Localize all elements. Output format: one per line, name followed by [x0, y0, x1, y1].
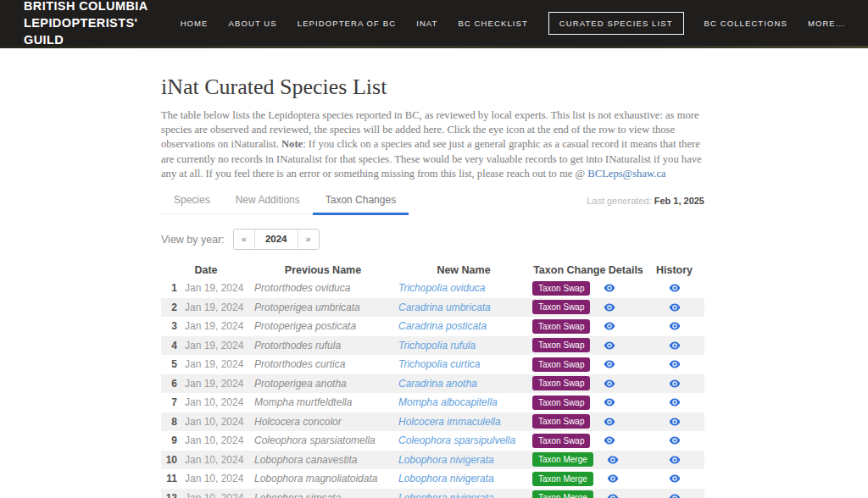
history-eye-button[interactable]	[669, 397, 681, 407]
new-name-link[interactable]: Trichopolia oviduca	[398, 282, 486, 294]
row-number: 12	[161, 492, 181, 498]
row-number: 11	[161, 473, 181, 484]
row-number: 2	[161, 302, 181, 313]
nav-item-bc-checklist[interactable]: BC CHECKLIST	[458, 19, 527, 28]
table-row: 1 Jan 19, 2024 Protorthodes oviduca Tric…	[161, 279, 704, 298]
site-title: British Columbia Lepidopterists' Guild	[24, 0, 181, 48]
new-name-link[interactable]: Caradrina umbricata	[398, 302, 491, 313]
column-header-history: History	[644, 264, 704, 276]
history-eye-button[interactable]	[669, 417, 681, 427]
taxon-table-body: 1 Jan 19, 2024 Protorthodes oviduca Tric…	[161, 279, 704, 498]
row-date: Jan 10, 2024	[181, 416, 251, 428]
nav-item-curated-species-list[interactable]: CURATED SPECIES LIST	[548, 12, 684, 35]
history-eye-button[interactable]	[669, 340, 681, 351]
row-number: 4	[161, 340, 181, 351]
intro-paragraph: The table below lists the Lepidoptera sp…	[161, 108, 704, 181]
row-date: Jan 10, 2024	[181, 434, 251, 446]
taxon-change-eye-button[interactable]	[604, 283, 615, 293]
new-name-link[interactable]: Coleophora sparsipulvella	[398, 434, 515, 446]
tab-species[interactable]: Species	[161, 189, 223, 213]
nav-item-about-us[interactable]: ABOUT US	[229, 19, 277, 28]
eye-icon	[669, 302, 681, 313]
table-row: 4 Jan 19, 2024 Protorthodes rufula Trich…	[161, 336, 704, 356]
eye-icon	[604, 302, 615, 313]
taxon-change-eye-button[interactable]	[604, 359, 615, 369]
nav-item-home[interactable]: HOME	[181, 19, 209, 28]
new-name-link[interactable]: Lobophora nivigerata	[398, 473, 494, 484]
history-eye-button[interactable]	[669, 321, 681, 331]
eye-icon	[604, 435, 615, 445]
previous-name: Protorthodes oviduca	[251, 282, 395, 294]
history-eye-button[interactable]	[669, 435, 681, 445]
previous-name: Protoperigea anotha	[251, 378, 395, 390]
previous-name: Lobophora simsata	[251, 492, 395, 498]
year-next-button[interactable]: »	[298, 230, 319, 249]
taxon-change-eye-button[interactable]	[607, 455, 619, 465]
row-number: 7	[161, 396, 181, 408]
taxon-change-eye-button[interactable]	[604, 340, 615, 351]
column-header-new-name: New Name	[395, 264, 532, 276]
eye-icon	[607, 455, 619, 465]
taxon-change-badge: Taxon Swap	[532, 414, 590, 429]
previous-name: Mompha murtfeldtella	[251, 396, 395, 408]
new-name-link[interactable]: Trichopolia rufula	[398, 340, 476, 351]
new-name-link[interactable]: Caradrina posticata	[398, 320, 487, 332]
nav-item-more[interactable]: MORE...	[808, 19, 845, 28]
nav-item-lepidoptera-of-bc[interactable]: LEPIDOPTERA OF BC	[298, 19, 396, 28]
table-row: 6 Jan 19, 2024 Protoperigea anotha Carad…	[161, 374, 704, 394]
table-header-row: Date Previous Name New Name Taxon Change…	[161, 261, 704, 279]
new-name-link[interactable]: Caradrina anotha	[398, 378, 477, 390]
history-eye-button[interactable]	[669, 379, 681, 389]
table-row: 2 Jan 19, 2024 Protoperigea umbricata Ca…	[161, 298, 704, 318]
row-date: Jan 19, 2024	[181, 378, 251, 390]
tab-taxon-changes[interactable]: Taxon Changes	[313, 189, 409, 215]
tab-new-additions[interactable]: New Additions	[223, 189, 313, 213]
new-name-link[interactable]: Mompha albocapitella	[398, 396, 498, 408]
previous-name: Lobophora magnoliatoidata	[251, 473, 395, 484]
history-eye-button[interactable]	[669, 283, 681, 293]
row-number: 1	[161, 282, 181, 294]
nav-item-inat[interactable]: INAT	[416, 19, 437, 28]
eye-icon	[604, 283, 615, 293]
new-name-link[interactable]: Lobophora nivigerata	[398, 454, 494, 466]
email-link[interactable]: BCLeps@shaw.ca	[587, 168, 665, 180]
history-eye-button[interactable]	[669, 302, 681, 313]
taxon-change-badge: Taxon Swap	[532, 281, 590, 296]
taxon-change-eye-button[interactable]	[604, 379, 615, 389]
year-prev-button[interactable]: «	[234, 230, 254, 249]
taxon-change-eye-button[interactable]	[607, 473, 619, 484]
eye-icon	[669, 473, 681, 484]
tabs-row: SpeciesNew AdditionsTaxon Changes Last g…	[161, 189, 704, 214]
new-name-link[interactable]: Trichopolia curtica	[398, 358, 480, 370]
new-name-link[interactable]: Lobophora nivigerata	[398, 492, 494, 498]
history-eye-button[interactable]	[669, 455, 681, 465]
new-name-link[interactable]: Holcocera immaculella	[398, 416, 501, 428]
row-date: Jan 10, 2024	[181, 454, 251, 466]
taxon-change-eye-button[interactable]	[607, 493, 619, 498]
taxon-changes-table: Date Previous Name New Name Taxon Change…	[161, 261, 704, 498]
page-title: iNat Curated Species List	[161, 75, 704, 100]
taxon-change-eye-button[interactable]	[604, 302, 615, 313]
eye-icon	[607, 493, 619, 498]
table-row: 3 Jan 19, 2024 Protoperigea posticata Ca…	[161, 317, 704, 336]
taxon-change-eye-button[interactable]	[604, 435, 615, 445]
main-nav: HOMEABOUT USLEPIDOPTERA OF BCINATBC CHEC…	[181, 12, 845, 35]
taxon-change-eye-button[interactable]	[604, 397, 615, 407]
nav-item-bc-collections[interactable]: BC COLLECTIONS	[704, 19, 787, 28]
taxon-change-badge: Taxon Merge	[532, 490, 593, 498]
taxon-change-eye-button[interactable]	[604, 417, 615, 427]
intro-note-label: Note	[281, 138, 303, 150]
row-date: Jan 19, 2024	[181, 302, 251, 313]
eye-icon	[669, 379, 681, 389]
eye-icon	[604, 397, 615, 407]
column-header-date: Date	[161, 264, 251, 276]
row-number: 10	[161, 454, 181, 466]
row-date: Jan 10, 2024	[181, 396, 251, 408]
eye-icon	[669, 417, 681, 427]
last-generated-label: Last generated:	[587, 196, 654, 206]
taxon-change-eye-button[interactable]	[604, 321, 615, 331]
history-eye-button[interactable]	[669, 493, 681, 498]
previous-name: Protorthodes curtica	[251, 358, 395, 370]
history-eye-button[interactable]	[669, 473, 681, 484]
history-eye-button[interactable]	[669, 359, 681, 369]
